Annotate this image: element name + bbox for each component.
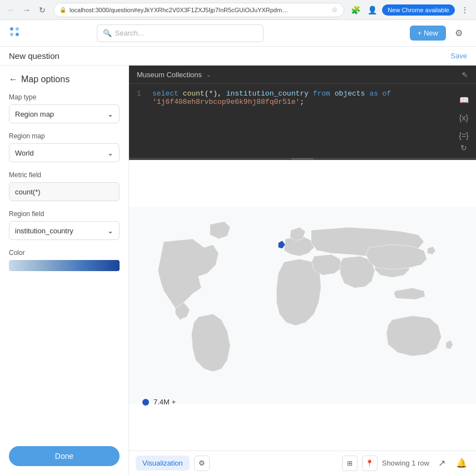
share-icon: ↗ xyxy=(438,458,445,468)
browser-chrome: ← → ↻ 🔒 localhost:3000/question#eyJkYXRh… xyxy=(0,0,476,20)
region-field-value: institution_country xyxy=(15,227,73,235)
map-type-label: Map type xyxy=(9,93,120,101)
line-number: 1 xyxy=(137,89,146,106)
chevron-down-icon: ⌄ xyxy=(107,227,113,235)
url-text: localhost:3000/question#eyJkYXRhc2V0X3F1… xyxy=(70,7,292,13)
region-map-value: World xyxy=(15,149,34,157)
metric-field-label: Metric field xyxy=(9,171,120,179)
menu-button[interactable]: ⋮ xyxy=(458,3,472,17)
pin-icon: 📍 xyxy=(365,459,374,467)
table-icon: ⊞ xyxy=(347,459,353,467)
region-field-select[interactable]: institution_country ⌄ xyxy=(9,221,120,240)
sidebar: ← Map options Map type Region map ⌄ Regi… xyxy=(0,66,129,475)
extensions-button[interactable]: 🧩 xyxy=(349,3,362,17)
bell-icon: 🔔 xyxy=(456,458,467,468)
chevron-down-icon: ⌄ xyxy=(107,110,113,118)
query-area: Museum Collections ⌄ ⇖ 1 select count(*)… xyxy=(129,66,476,160)
dataset-label[interactable]: Museum Collections xyxy=(137,71,202,79)
chevron-down-icon: ⌄ xyxy=(107,149,113,157)
visualization-button[interactable]: Visualization xyxy=(136,456,190,471)
color-gradient-bar[interactable] xyxy=(9,260,120,271)
query-header: Museum Collections ⌄ ⇖ xyxy=(129,66,476,84)
code-area: 1 select count(*), institution_country f… xyxy=(129,84,476,112)
world-map xyxy=(129,160,476,451)
color-label: Color xyxy=(9,249,120,257)
back-arrow-icon: ← xyxy=(9,74,18,84)
map-container: 7.4M + xyxy=(129,160,476,451)
forward-button[interactable]: → xyxy=(20,3,33,17)
map-legend: 7.4M + xyxy=(142,398,176,406)
color-group: Color xyxy=(9,249,120,271)
legend-value: 7.4M + xyxy=(153,398,176,406)
region-field-label: Region field xyxy=(9,210,120,218)
map-type-value: Region map xyxy=(15,110,54,118)
question-header: New question Save xyxy=(0,47,476,66)
dataset-chevron-icon: ⌄ xyxy=(206,72,211,78)
bottom-bar: Visualization ⚙ ⊞ 📍 Showing 1 row ↗ xyxy=(129,451,476,475)
profile-button[interactable]: 👤 xyxy=(365,3,379,17)
svg-point-0 xyxy=(10,27,13,31)
page-title: New question xyxy=(9,51,60,61)
expand-button[interactable]: ⇖ xyxy=(462,70,468,79)
logo xyxy=(9,26,20,40)
new-button[interactable]: + New xyxy=(410,26,446,41)
refresh-button[interactable]: ↻ xyxy=(36,3,49,17)
new-chrome-button[interactable]: New Chrome available xyxy=(382,4,455,16)
visualization-settings-button[interactable]: ⚙ xyxy=(194,456,210,471)
lock-icon: 🔒 xyxy=(60,7,66,13)
alert-button[interactable]: 🔔 xyxy=(454,456,469,471)
star-icon[interactable]: ☆ xyxy=(331,6,338,14)
search-placeholder: Search... xyxy=(115,29,144,37)
book-icon-button[interactable]: 📖 xyxy=(456,92,472,108)
done-button[interactable]: Done xyxy=(9,446,120,466)
search-icon: 🔍 xyxy=(103,29,112,37)
map-type-select[interactable]: Region map ⌄ xyxy=(9,104,120,123)
gear-icon: ⚙ xyxy=(199,459,205,467)
region-map-group: Region map World ⌄ xyxy=(9,132,120,162)
back-button[interactable]: ← xyxy=(4,3,18,17)
region-map-label: Region map xyxy=(9,132,120,140)
main-content: ← Map options Map type Region map ⌄ Regi… xyxy=(0,66,476,475)
showing-text: Showing 1 row xyxy=(382,459,429,467)
right-panel: Museum Collections ⌄ ⇖ 1 select count(*)… xyxy=(129,66,476,475)
refresh-query-btn-area: ↻ xyxy=(452,136,476,160)
topbar: 🔍 Search... + New ⚙ xyxy=(0,20,476,47)
svg-point-1 xyxy=(16,27,19,31)
search-bar[interactable]: 🔍 Search... xyxy=(97,24,264,42)
legend-dot xyxy=(142,399,149,406)
sidebar-spacer xyxy=(9,280,120,437)
map-type-group: Map type Region map ⌄ xyxy=(9,93,120,123)
metric-field-group: Metric field count(*) xyxy=(9,171,120,201)
svg-point-2 xyxy=(10,33,13,36)
share-button[interactable]: ↗ xyxy=(434,456,449,471)
metric-field-value: count(*) xyxy=(9,182,120,201)
map-pin-button[interactable]: 📍 xyxy=(362,456,378,471)
region-map-select[interactable]: World ⌄ xyxy=(9,143,120,162)
divider-handle xyxy=(291,158,314,159)
region-field-group: Region field institution_country ⌄ xyxy=(9,210,120,240)
code-line[interactable]: select count(*), institution_country fro… xyxy=(152,89,468,106)
map-options-label: Map options xyxy=(21,74,70,84)
map-options-back[interactable]: ← Map options xyxy=(9,74,120,84)
refresh-query-button[interactable]: ↻ xyxy=(456,140,472,156)
variable-icon-button[interactable]: {x} xyxy=(456,110,472,126)
app: 🔍 Search... + New ⚙ New question Save ← … xyxy=(0,20,476,475)
address-bar[interactable]: 🔒 localhost:3000/question#eyJkYXRhc2V0X3… xyxy=(53,3,344,17)
settings-button[interactable]: ⚙ xyxy=(450,25,467,42)
save-button[interactable]: Save xyxy=(450,52,467,60)
table-view-button[interactable]: ⊞ xyxy=(342,456,358,471)
svg-point-3 xyxy=(16,33,19,36)
